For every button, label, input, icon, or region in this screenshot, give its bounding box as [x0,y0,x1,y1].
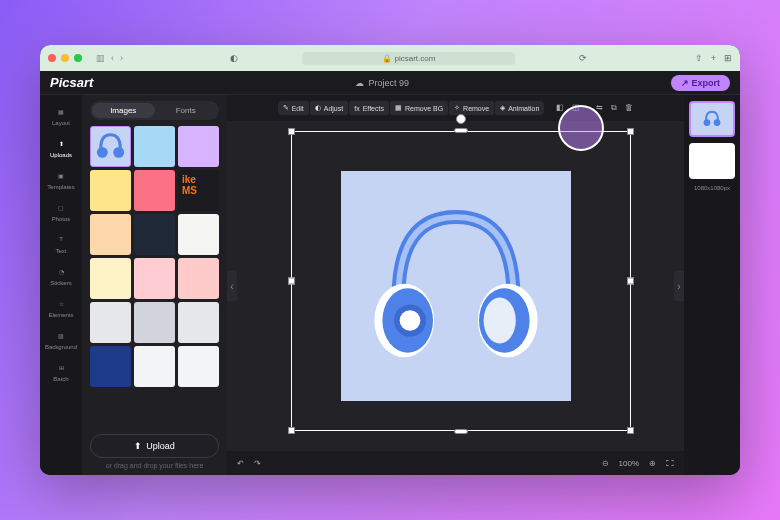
thumbnail[interactable] [134,258,175,299]
svg-point-0 [97,147,108,158]
resize-handle-mb[interactable] [454,429,468,434]
fit-icon[interactable]: ⛶ [666,459,674,468]
thumbnail[interactable] [178,346,219,387]
tab-images[interactable]: Images [92,103,155,118]
thumbnail[interactable] [90,214,131,255]
thumbnail[interactable] [134,346,175,387]
collapse-panel-left[interactable]: ‹ [227,271,237,301]
close-window-icon[interactable] [48,54,56,62]
layers-rail: 1080x1080px [684,95,740,475]
thumbnail[interactable] [134,126,175,167]
thumbnail[interactable] [134,302,175,343]
resize-handle-ml[interactable] [288,278,295,285]
nav-label: Batch [53,376,68,382]
thumbnail[interactable] [178,214,219,255]
layer-thumb-bg[interactable] [689,143,735,179]
rotate-handle[interactable] [456,114,466,124]
minimize-window-icon[interactable] [61,54,69,62]
app-body: ▦ Layout ⬆ Uploads ▣ Templates ▢ Photos … [40,95,740,475]
nav-layout[interactable]: ▦ Layout [40,99,82,131]
canvas-area: ✎Edit ◐Adjust fxEffects ▦Remove BG ✧Remo… [227,95,684,475]
thumbnail[interactable] [178,258,219,299]
nav-label: Stickers [50,280,71,286]
sidebar-toggle-icon[interactable]: ▥ [96,53,105,63]
reload-icon[interactable]: ⟳ [579,53,587,63]
thumbnail[interactable] [134,214,175,255]
templates-icon: ▣ [54,168,68,182]
resize-handle-br[interactable] [627,427,634,434]
tabs-icon[interactable]: ⊞ [724,53,732,63]
ctx-removebg-button[interactable]: ▦Remove BG [390,101,448,115]
layout-icon: ▦ [54,104,68,118]
thumbnail[interactable] [90,302,131,343]
ctx-edit-button[interactable]: ✎Edit [278,101,309,115]
resize-handle-mt[interactable] [454,128,468,133]
nav-label: Background [45,344,77,350]
nav-label: Photos [52,216,71,222]
resize-handle-tl[interactable] [288,128,295,135]
delete-icon[interactable]: 🗑 [625,103,633,113]
url-bar[interactable]: 🔒 picsart.com [302,52,515,65]
thumbnail[interactable] [90,346,131,387]
nav-background[interactable]: ▨ Background [40,323,82,355]
nav-uploads[interactable]: ⬆ Uploads [40,131,82,163]
layer-thumb-active[interactable] [689,101,735,137]
ctx-adjust-button[interactable]: ◐Adjust [310,101,348,115]
thumbnail-grid: ikeMS [90,126,219,428]
animation-icon: ◈ [500,104,505,112]
ctx-remove-button[interactable]: ✧Remove [449,101,494,115]
nav-label: Uploads [50,152,72,158]
undo-icon[interactable]: ↶ [237,459,244,468]
maximize-window-icon[interactable] [74,54,82,62]
project-title[interactable]: ☁ Project 99 [355,78,409,88]
shield-icon[interactable]: ◐ [230,53,238,63]
ctx-label: Effects [363,105,384,112]
upload-button[interactable]: ⬆ Upload [90,434,219,458]
app-topbar: Picsart ☁ Project 99 ↗ Export [40,71,740,95]
nav-label: Layout [52,120,70,126]
zoom-level[interactable]: 100% [619,459,639,468]
nav-templates[interactable]: ▣ Templates [40,163,82,195]
nav-stickers[interactable]: ◔ Stickers [40,259,82,291]
artboard[interactable] [341,171,571,401]
browser-nav: ▥ ‹ › [96,53,123,63]
elements-icon: ☆ [54,296,68,310]
canvas-dimensions: 1080x1080px [694,185,730,191]
forward-icon[interactable]: › [120,53,123,63]
nav-elements[interactable]: ☆ Elements [40,291,82,323]
tab-fonts[interactable]: Fonts [155,103,218,118]
ctx-animation-button[interactable]: ◈Animation [495,101,544,115]
app-logo[interactable]: Picsart [50,75,93,90]
nav-rail: ▦ Layout ⬆ Uploads ▣ Templates ▢ Photos … [40,95,82,475]
resize-handle-mr[interactable] [627,278,634,285]
new-tab-icon[interactable]: + [711,53,716,63]
svg-point-10 [714,119,721,126]
canvas-stage[interactable]: ‹ › [227,121,684,451]
zoom-out-icon[interactable]: ⊖ [602,459,609,468]
adjust-icon: ◐ [315,104,321,112]
thumbnail[interactable] [178,302,219,343]
thumbnail[interactable]: ikeMS [178,170,219,211]
upload-label: Upload [146,441,175,451]
lock-icon: 🔒 [382,54,392,63]
export-button[interactable]: ↗ Export [671,75,730,91]
thumbnail[interactable] [90,170,131,211]
thumbnail[interactable] [178,126,219,167]
svg-point-9 [704,119,711,126]
nav-photos[interactable]: ▢ Photos [40,195,82,227]
back-icon[interactable]: ‹ [111,53,114,63]
share-icon[interactable]: ⇧ [695,53,703,63]
thumbnail[interactable] [134,170,175,211]
zoom-in-icon[interactable]: ⊕ [649,459,656,468]
resize-handle-tr[interactable] [627,128,634,135]
collapse-panel-right[interactable]: › [674,271,684,301]
resize-handle-bl[interactable] [288,427,295,434]
ctx-effects-button[interactable]: fxEffects [349,101,389,115]
duplicate-icon[interactable]: ⧉ [611,103,617,113]
redo-icon[interactable]: ↷ [254,459,261,468]
thumbnail[interactable] [90,258,131,299]
nav-text[interactable]: T Text [40,227,82,259]
thumbnail[interactable] [90,126,131,167]
nav-batch[interactable]: ⊞ Batch [40,355,82,387]
layer-preview-icon [697,107,727,131]
